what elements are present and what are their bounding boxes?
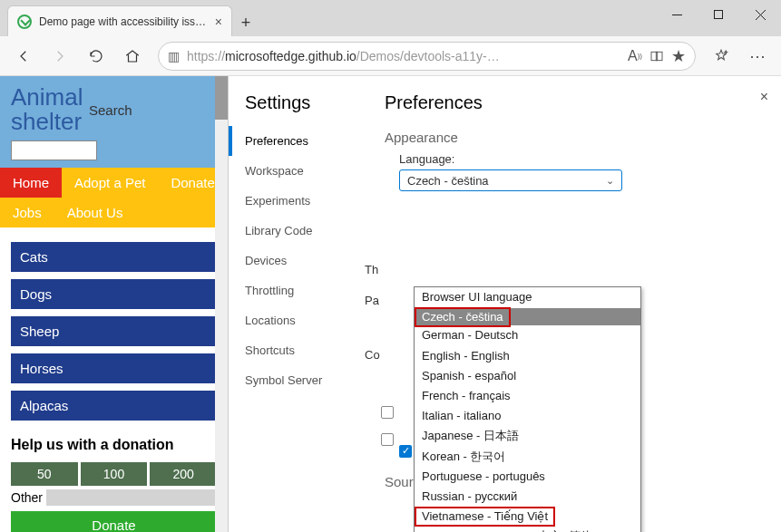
- site-info-icon[interactable]: ▥: [168, 49, 180, 63]
- cat-dogs[interactable]: Dogs: [11, 279, 217, 309]
- lang-opt-russian[interactable]: Russian - русский: [415, 487, 640, 507]
- settings-item-locations[interactable]: Locations: [229, 305, 365, 335]
- lang-opt-zh-simplified[interactable]: Chinese (Simplified) - 中文 (简体): [415, 527, 640, 532]
- language-dropdown[interactable]: Browser UI language Czech - čeština Germ…: [414, 286, 641, 532]
- checkbox-unknown-1[interactable]: [381, 406, 394, 419]
- other-label: Other: [11, 490, 43, 505]
- language-label: Language:: [399, 152, 761, 166]
- settings-item-shortcuts[interactable]: Shortcuts: [229, 335, 365, 365]
- settings-sidebar: Settings Preferences Workspace Experimen…: [229, 76, 365, 532]
- tab-close-icon[interactable]: ×: [215, 15, 222, 29]
- donate-button[interactable]: Donate: [11, 511, 217, 532]
- search-input[interactable]: [11, 140, 97, 160]
- amount-200[interactable]: 200: [150, 462, 217, 486]
- settings-title: Settings: [229, 92, 365, 126]
- lang-opt-german[interactable]: German - Deutsch: [415, 325, 640, 345]
- minimize-button[interactable]: [656, 0, 698, 29]
- window-controls: [656, 0, 781, 29]
- scrollbar[interactable]: [215, 76, 228, 532]
- reader-icon[interactable]: A)): [628, 48, 642, 64]
- lang-opt-vietnamese[interactable]: Vietnamese - Tiếng Việt: [415, 507, 555, 527]
- menu-button[interactable]: ⋯: [741, 42, 774, 71]
- hero: Animal shelter Search: [0, 76, 228, 168]
- settings-item-workspace[interactable]: Workspace: [229, 156, 365, 186]
- cat-sheep[interactable]: Sheep: [11, 316, 217, 346]
- welcome-checkbox[interactable]: ✓: [399, 445, 412, 458]
- lang-opt-portuguese[interactable]: Portuguese - português: [415, 467, 640, 487]
- favicon-icon: [17, 15, 32, 29]
- cat-horses[interactable]: Horses: [11, 353, 217, 383]
- language-select[interactable]: Czech - čeština ⌄: [399, 169, 622, 191]
- lang-opt-french[interactable]: French - français: [415, 386, 640, 406]
- maximize-button[interactable]: [698, 0, 739, 29]
- url-text: https://microsoftedge.github.io/Demos/de…: [187, 49, 620, 63]
- lang-opt-korean[interactable]: Korean - 한국어: [415, 447, 640, 467]
- search-label: Search: [89, 102, 132, 118]
- settings-item-throttling[interactable]: Throttling: [229, 276, 365, 305]
- main-nav: Home Adopt a Pet Donate Jobs About Us: [0, 168, 228, 227]
- appearance-heading: Appearance: [385, 130, 761, 145]
- obscured-panel-row: Pa: [365, 294, 379, 307]
- website-panel: Animal shelter Search Home Adopt a Pet D…: [0, 76, 228, 532]
- cat-cats[interactable]: Cats: [11, 242, 217, 272]
- content-area: Animal shelter Search Home Adopt a Pet D…: [0, 76, 781, 532]
- cat-alpacas[interactable]: Alpacas: [11, 391, 217, 421]
- amount-50[interactable]: 50: [11, 462, 78, 486]
- scrollbar-thumb[interactable]: [215, 76, 228, 120]
- nav-about[interactable]: About Us: [54, 198, 136, 227]
- reload-button[interactable]: [80, 42, 112, 71]
- lang-opt-spanish[interactable]: Spanish - español: [415, 366, 640, 386]
- tab-title: Demo page with accessibility iss…: [39, 15, 208, 28]
- close-button[interactable]: [739, 0, 781, 29]
- settings-item-library[interactable]: Library Code: [229, 216, 365, 246]
- toolbar: ▥ https://microsoftedge.github.io/Demos/…: [0, 36, 781, 76]
- donation-section: Help us with a donation 50 100 200 Other…: [0, 428, 228, 532]
- other-input[interactable]: [46, 489, 217, 506]
- nav-home[interactable]: Home: [0, 168, 62, 198]
- back-button[interactable]: [7, 42, 40, 71]
- obscured-theme-row: Th: [365, 263, 378, 276]
- address-bar[interactable]: ▥ https://microsoftedge.github.io/Demos/…: [158, 42, 696, 71]
- nav-adopt[interactable]: Adopt a Pet: [62, 168, 158, 198]
- settings-item-preferences[interactable]: Preferences: [229, 126, 365, 156]
- home-button[interactable]: [116, 42, 149, 71]
- lang-opt-english[interactable]: English - English: [415, 346, 640, 366]
- copilot-icon[interactable]: [705, 42, 737, 71]
- settings-item-symbol[interactable]: Symbol Server: [229, 365, 365, 395]
- browser-tab[interactable]: Demo page with accessibility iss… ×: [7, 5, 232, 36]
- language-selected-value: Czech - čeština: [407, 174, 489, 188]
- settings-item-experiments[interactable]: Experiments: [229, 186, 365, 216]
- favorite-star-icon[interactable]: ★: [671, 46, 686, 66]
- new-tab-button[interactable]: +: [232, 9, 259, 36]
- category-list: Cats Dogs Sheep Horses Alpacas: [0, 227, 228, 428]
- translate-icon[interactable]: [649, 49, 664, 63]
- amount-100[interactable]: 100: [81, 462, 148, 486]
- preferences-title: Preferences: [385, 92, 761, 113]
- obscured-color-row: Co: [365, 348, 380, 362]
- lang-opt-czech[interactable]: Czech - čeština: [415, 307, 511, 327]
- settings-item-devices[interactable]: Devices: [229, 246, 365, 276]
- chevron-down-icon: ⌄: [606, 175, 614, 187]
- lang-opt-browser[interactable]: Browser UI language: [415, 287, 640, 307]
- forward-button[interactable]: [44, 42, 76, 71]
- lang-opt-japanese[interactable]: Japanese - 日本語: [415, 426, 640, 446]
- donation-heading: Help us with a donation: [11, 437, 217, 453]
- lang-opt-italian[interactable]: Italian - italiano: [415, 406, 640, 426]
- site-title: Animal shelter: [11, 85, 83, 135]
- titlebar: Demo page with accessibility iss… × +: [0, 0, 781, 36]
